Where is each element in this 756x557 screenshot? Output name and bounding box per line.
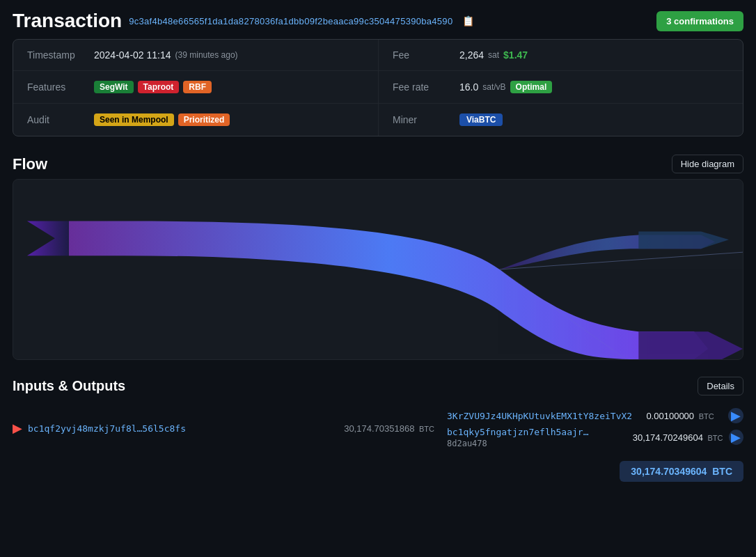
fee-rate-value: 16.0 sat/vB Optimal — [459, 81, 552, 93]
io-input-amount: 30,174.70351868 BTC — [309, 423, 434, 434]
output1-arrow-icon: ▶ — [728, 408, 743, 423]
output2-amount-unit: BTC — [708, 434, 723, 442]
svg-marker-2 — [638, 231, 729, 249]
hide-diagram-button[interactable]: Hide diagram — [672, 155, 743, 173]
input-address[interactable]: bc1qf2yvj48mzkj7uf8l…56l5c8fs — [28, 423, 186, 434]
page-header: Transaction 9c3af4b48e66565f1da1da827803… — [0, 0, 756, 39]
features-cell: Features SegWit Taproot RBF — [13, 71, 378, 104]
input-amount-unit: BTC — [419, 425, 434, 433]
svg-marker-1 — [638, 331, 743, 359]
fee-rate-label: Fee rate — [393, 81, 448, 93]
confirmations-badge: 3 confirmations — [656, 11, 743, 31]
timestamp-date: 2024-04-02 11:14 — [94, 49, 171, 61]
output2-amount: 30,174.70249604 BTC — [633, 432, 723, 443]
fee-cell: Fee 2,264 sat $1.47 — [378, 40, 743, 71]
badge-viabtc: ViaBTC — [459, 113, 503, 126]
badge-optimal: Optimal — [510, 81, 553, 93]
output2-amount-value: 30,174.70249604 — [633, 432, 703, 443]
output1-amount-value: 0.00100000 — [646, 411, 694, 421]
io-output-row-1: 3KrZVU9Jz4UKHpKUtuvkEMX1tY8zeiTvX2 0.001… — [447, 408, 743, 423]
timestamp-cell: Timestamp 2024-04-02 11:14 (39 minutes a… — [13, 40, 378, 71]
miner-cell: Miner ViaBTC — [378, 104, 743, 136]
fee-usd: $1.47 — [503, 49, 528, 61]
output1-address[interactable]: 3KrZVU9Jz4UKHpKUtuvkEMX1tY8zeiTvX2 — [447, 411, 632, 421]
fee-value: 2,264 sat $1.47 — [459, 49, 528, 61]
miner-label: Miner — [393, 114, 448, 125]
fee-sat: 2,264 — [459, 49, 484, 61]
flow-section-header: Flow Hide diagram — [0, 145, 756, 179]
io-total-row: 30,174.70349604 BTC — [0, 455, 756, 490]
flow-diagram — [13, 179, 743, 360]
io-main-row: ▶ bc1qf2yvj48mzkj7uf8l…56l5c8fs 30,174.7… — [0, 401, 756, 455]
miner-value: ViaBTC — [459, 113, 503, 126]
audit-value: Seen in Mempool Prioritized — [94, 113, 230, 126]
badge-mempool: Seen in Mempool — [94, 113, 174, 126]
flow-title: Flow — [13, 155, 47, 173]
output2-address-group: bc1qky5fngatjzn7eflh5aajr… 8d2au478 — [447, 426, 627, 448]
details-button[interactable]: Details — [698, 377, 743, 395]
input-amount-value: 30,174.70351868 — [344, 423, 414, 434]
fee-rate-cell: Fee rate 16.0 sat/vB Optimal — [378, 71, 743, 104]
fee-label: Fee — [393, 49, 448, 61]
badge-taproot: Taproot — [138, 81, 180, 93]
timestamp-label: Timestamp — [27, 49, 83, 61]
timestamp-value: 2024-04-02 11:14 (39 minutes ago) — [94, 49, 238, 61]
fee-rate-number: 16.0 — [459, 81, 478, 93]
total-amount: 30,174.70349604 — [631, 466, 707, 477]
output1-amount: 0.00100000 BTC — [646, 411, 714, 421]
output2-arrow-icon: ▶ — [729, 430, 743, 445]
io-output-row-2: bc1qky5fngatjzn7eflh5aajr… 8d2au478 30,1… — [447, 426, 743, 448]
io-title: Inputs & Outputs — [13, 378, 125, 394]
fee-rate-unit: sat/vB — [482, 82, 505, 92]
title-group: Transaction 9c3af4b48e66565f1da1da827803… — [13, 10, 474, 32]
total-unit: BTC — [712, 466, 732, 477]
fee-sat-unit: sat — [488, 50, 499, 60]
io-output-side: 3KrZVU9Jz4UKHpKUtuvkEMX1tY8zeiTvX2 0.001… — [434, 408, 743, 448]
output1-amount-unit: BTC — [699, 412, 714, 421]
audit-cell: Audit Seen in Mempool Prioritized — [13, 104, 378, 136]
tx-hash: 9c3af4b48e66565f1da1da8278036fa1dbb09f2b… — [129, 16, 452, 26]
io-input-side: ▶ bc1qf2yvj48mzkj7uf8l…56l5c8fs — [13, 422, 309, 434]
features-value: SegWit Taproot RBF — [94, 81, 212, 93]
audit-label: Audit — [27, 114, 83, 125]
io-total-badge: 30,174.70349604 BTC — [620, 461, 743, 482]
output2-hash: 8d2au478 — [447, 439, 487, 448]
page-title: Transaction — [13, 10, 122, 32]
svg-marker-0 — [27, 221, 69, 256]
copy-icon[interactable]: 📋 — [462, 15, 474, 26]
badge-segwit: SegWit — [94, 81, 134, 93]
output2-address[interactable]: bc1qky5fngatjzn7eflh5aajr… — [447, 427, 589, 437]
timestamp-ago: (39 minutes ago) — [175, 50, 238, 60]
info-panel: Timestamp 2024-04-02 11:14 (39 minutes a… — [13, 39, 743, 136]
io-section-header: Inputs & Outputs Details — [0, 370, 756, 401]
badge-prioritized: Prioritized — [178, 113, 230, 126]
features-label: Features — [27, 81, 83, 93]
badge-rbf: RBF — [183, 81, 212, 93]
input-arrow-icon: ▶ — [13, 422, 22, 434]
